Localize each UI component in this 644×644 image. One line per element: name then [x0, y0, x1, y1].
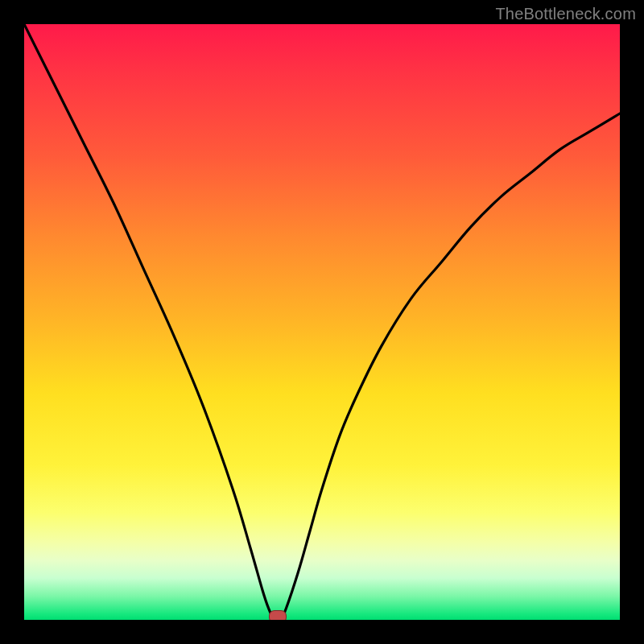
- watermark-text: TheBottleneck.com: [495, 5, 636, 23]
- bottleneck-curve: [24, 24, 620, 620]
- chart-frame: TheBottleneck.com: [0, 0, 644, 644]
- plot-area: [24, 24, 620, 620]
- optimal-point-marker: [269, 610, 287, 620]
